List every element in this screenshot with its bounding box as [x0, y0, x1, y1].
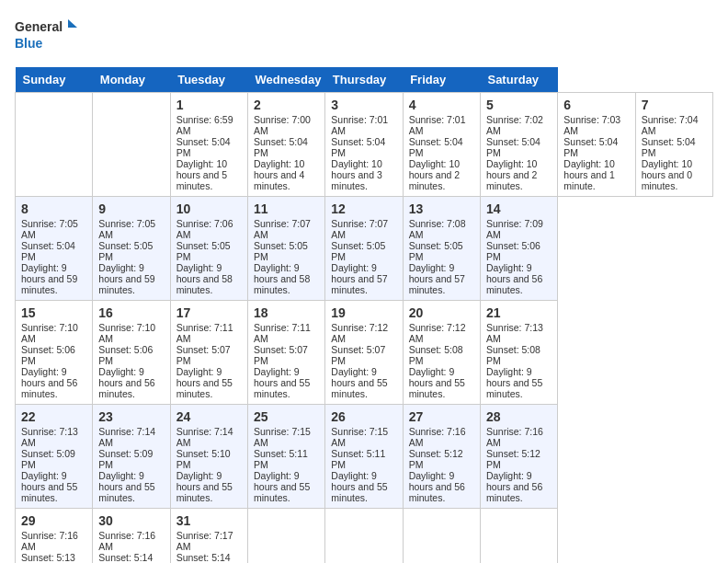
sunset-text: Sunset: 5:05 PM — [98, 240, 153, 262]
sunset-text: Sunset: 5:07 PM — [254, 344, 308, 366]
daylight-text: Daylight: 9 hours and 55 minutes. — [486, 366, 542, 399]
calendar-week-row: 1Sunrise: 6:59 AMSunset: 5:04 PMDaylight… — [16, 93, 713, 197]
day-number: 31 — [176, 513, 242, 528]
calendar-week-row: 15Sunrise: 7:10 AMSunset: 5:06 PMDayligh… — [16, 301, 713, 405]
day-header-friday: Friday — [403, 67, 480, 93]
calendar-cell: 30Sunrise: 7:16 AMSunset: 5:14 PMDayligh… — [93, 509, 170, 564]
sunset-text: Sunset: 5:04 PM — [642, 136, 696, 158]
calendar-cell: 27Sunrise: 7:16 AMSunset: 5:12 PMDayligh… — [403, 405, 480, 509]
day-number: 30 — [98, 513, 164, 528]
calendar-cell: 5Sunrise: 7:02 AMSunset: 5:04 PMDaylight… — [480, 93, 557, 197]
calendar-table: SundayMondayTuesdayWednesdayThursdayFrid… — [15, 67, 713, 563]
daylight-text: Daylight: 10 hours and 5 minutes. — [176, 158, 227, 191]
sunrise-text: Sunrise: 7:17 AM — [176, 530, 233, 552]
sunset-text: Sunset: 5:11 PM — [331, 448, 385, 470]
day-number: 2 — [254, 98, 319, 112]
day-number: 18 — [254, 305, 319, 320]
sunrise-text: Sunrise: 7:14 AM — [98, 426, 155, 448]
day-number: 12 — [331, 201, 396, 216]
calendar-cell: 14Sunrise: 7:09 AMSunset: 5:06 PMDayligh… — [480, 197, 557, 301]
svg-text:Blue: Blue — [15, 36, 43, 51]
daylight-text: Daylight: 9 hours and 56 minutes. — [486, 262, 542, 295]
day-number: 11 — [254, 201, 319, 216]
sunset-text: Sunset: 5:05 PM — [254, 240, 308, 262]
day-number: 5 — [486, 98, 552, 112]
svg-text:General: General — [15, 19, 63, 34]
calendar-cell: 6Sunrise: 7:03 AMSunset: 5:04 PMDaylight… — [558, 93, 635, 197]
day-header-monday: Monday — [93, 67, 170, 93]
day-number: 8 — [21, 201, 86, 216]
day-header-thursday: Thursday — [325, 67, 403, 93]
sunrise-text: Sunrise: 7:14 AM — [176, 426, 233, 448]
sunrise-text: Sunrise: 7:10 AM — [21, 322, 78, 344]
sunrise-text: Sunrise: 7:16 AM — [486, 426, 543, 448]
day-header-wednesday: Wednesday — [247, 67, 324, 93]
daylight-text: Daylight: 9 hours and 58 minutes. — [176, 262, 233, 295]
sunrise-text: Sunrise: 7:01 AM — [409, 114, 466, 136]
calendar-cell: 15Sunrise: 7:10 AMSunset: 5:06 PMDayligh… — [16, 301, 93, 405]
calendar-week-row: 22Sunrise: 7:13 AMSunset: 5:09 PMDayligh… — [16, 405, 713, 509]
calendar-cell: 1Sunrise: 6:59 AMSunset: 5:04 PMDaylight… — [170, 93, 247, 197]
day-number: 22 — [21, 409, 86, 424]
day-number: 25 — [254, 409, 319, 424]
daylight-text: Daylight: 9 hours and 55 minutes. — [98, 470, 154, 503]
sunset-text: Sunset: 5:06 PM — [486, 240, 540, 262]
calendar-cell — [16, 93, 93, 197]
daylight-text: Daylight: 9 hours and 56 minutes. — [486, 470, 542, 503]
sunrise-text: Sunrise: 7:02 AM — [486, 114, 543, 136]
sunset-text: Sunset: 5:11 PM — [254, 448, 308, 470]
calendar-week-row: 8Sunrise: 7:05 AMSunset: 5:04 PMDaylight… — [16, 197, 713, 301]
sunset-text: Sunset: 5:06 PM — [98, 344, 153, 366]
page-header: General Blue — [15, 15, 713, 56]
calendar-cell: 28Sunrise: 7:16 AMSunset: 5:12 PMDayligh… — [480, 405, 557, 509]
daylight-text: Daylight: 9 hours and 56 minutes. — [21, 366, 77, 399]
calendar-cell — [403, 509, 480, 564]
day-number: 27 — [409, 409, 474, 424]
calendar-cell: 25Sunrise: 7:15 AMSunset: 5:11 PMDayligh… — [247, 405, 324, 509]
calendar-cell: 17Sunrise: 7:11 AMSunset: 5:07 PMDayligh… — [170, 301, 247, 405]
day-number: 23 — [98, 409, 164, 424]
day-header-saturday: Saturday — [480, 67, 557, 93]
calendar-cell — [247, 509, 324, 564]
daylight-text: Daylight: 9 hours and 56 minutes. — [409, 470, 465, 503]
logo: General Blue — [15, 15, 79, 56]
daylight-text: Daylight: 9 hours and 55 minutes. — [254, 470, 310, 503]
calendar-week-row: 29Sunrise: 7:16 AMSunset: 5:13 PMDayligh… — [16, 509, 713, 564]
day-number: 29 — [21, 513, 86, 528]
calendar-cell: 29Sunrise: 7:16 AMSunset: 5:13 PMDayligh… — [16, 509, 93, 564]
sunset-text: Sunset: 5:05 PM — [331, 240, 385, 262]
day-number: 15 — [21, 305, 86, 320]
sunset-text: Sunset: 5:09 PM — [21, 448, 75, 470]
daylight-text: Daylight: 10 hours and 0 minutes. — [642, 158, 692, 191]
day-number: 3 — [331, 98, 396, 112]
daylight-text: Daylight: 9 hours and 55 minutes. — [21, 470, 77, 503]
daylight-text: Daylight: 9 hours and 55 minutes. — [409, 366, 465, 399]
calendar-cell — [480, 509, 557, 564]
sunrise-text: Sunrise: 7:11 AM — [176, 322, 233, 344]
calendar-cell: 18Sunrise: 7:11 AMSunset: 5:07 PMDayligh… — [247, 301, 324, 405]
sunset-text: Sunset: 5:13 PM — [21, 552, 75, 563]
calendar-cell: 31Sunrise: 7:17 AMSunset: 5:14 PMDayligh… — [170, 509, 247, 564]
sunset-text: Sunset: 5:04 PM — [176, 136, 231, 158]
calendar-cell: 26Sunrise: 7:15 AMSunset: 5:11 PMDayligh… — [325, 405, 403, 509]
daylight-text: Daylight: 10 hours and 1 minute. — [563, 158, 614, 191]
sunrise-text: Sunrise: 7:12 AM — [331, 322, 388, 344]
daylight-text: Daylight: 9 hours and 58 minutes. — [254, 262, 310, 295]
calendar-cell: 11Sunrise: 7:07 AMSunset: 5:05 PMDayligh… — [247, 197, 324, 301]
sunset-text: Sunset: 5:08 PM — [486, 344, 540, 366]
sunset-text: Sunset: 5:04 PM — [486, 136, 540, 158]
daylight-text: Daylight: 10 hours and 2 minutes. — [409, 158, 460, 191]
daylight-text: Daylight: 9 hours and 57 minutes. — [331, 262, 387, 295]
sunrise-text: Sunrise: 7:13 AM — [21, 426, 78, 448]
day-number: 20 — [409, 305, 474, 320]
daylight-text: Daylight: 10 hours and 3 minutes. — [331, 158, 381, 191]
sunrise-text: Sunrise: 7:15 AM — [331, 426, 388, 448]
sunrise-text: Sunrise: 6:59 AM — [176, 114, 233, 136]
sunset-text: Sunset: 5:06 PM — [21, 344, 75, 366]
daylight-text: Daylight: 9 hours and 55 minutes. — [176, 470, 233, 503]
day-number: 6 — [563, 98, 629, 112]
daylight-text: Daylight: 9 hours and 55 minutes. — [176, 366, 233, 399]
day-number: 13 — [409, 201, 474, 216]
day-number: 10 — [176, 201, 242, 216]
daylight-text: Daylight: 10 hours and 2 minutes. — [486, 158, 537, 191]
